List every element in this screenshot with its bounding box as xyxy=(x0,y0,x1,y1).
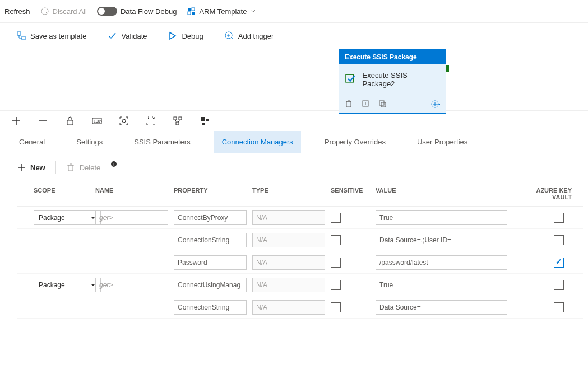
activity-name: Execute SSIS Package2 xyxy=(363,71,440,88)
property-input[interactable]: ConnectionString xyxy=(174,233,247,247)
sensitive-checkbox[interactable] xyxy=(331,258,341,268)
delete-button[interactable]: Delete xyxy=(66,163,101,172)
svg-rect-12 xyxy=(346,101,351,107)
success-handle[interactable] xyxy=(446,65,449,72)
header-scope: Scope xyxy=(17,187,95,200)
akv-checkbox[interactable] xyxy=(554,235,564,245)
scope-select[interactable]: Package xyxy=(34,278,101,292)
clone-icon[interactable] xyxy=(378,100,386,107)
type-input: N/A xyxy=(252,210,325,225)
svg-rect-29 xyxy=(174,117,177,120)
tab-settings[interactable]: Settings xyxy=(68,131,110,153)
validate-label: Validate xyxy=(121,32,147,40)
tab-general[interactable]: General xyxy=(11,131,53,153)
refresh-label: Refresh xyxy=(4,7,30,16)
zoom-100-icon[interactable]: 100% xyxy=(92,116,102,126)
add-trigger-icon xyxy=(225,31,234,40)
akv-checkbox[interactable] xyxy=(554,280,564,290)
pipeline-toolbar: Save as template Validate Debug Add trig… xyxy=(0,22,588,49)
akv-checkbox[interactable] xyxy=(554,213,564,223)
save-as-template-button[interactable]: Save as template xyxy=(17,31,86,40)
value-input[interactable]: Data Source= xyxy=(376,300,507,315)
scope-select[interactable]: Package xyxy=(34,210,101,225)
add-trigger-label: Add trigger xyxy=(238,32,274,40)
svg-rect-39 xyxy=(68,165,73,171)
sensitive-checkbox[interactable] xyxy=(331,213,341,223)
name-input[interactable]: ger> xyxy=(95,210,168,225)
table-row: Packageger>ConnectUsingManagN/ATrue xyxy=(17,274,583,296)
akv-checkbox[interactable] xyxy=(554,302,564,312)
property-tabs: General Settings SSIS Parameters Connect… xyxy=(0,131,588,153)
sensitive-checkbox[interactable] xyxy=(331,235,341,245)
auto-align-icon[interactable] xyxy=(173,116,183,126)
svg-rect-18 xyxy=(381,102,386,107)
tab-connection-managers[interactable]: Connection Managers xyxy=(214,131,301,153)
plus-icon xyxy=(17,163,26,172)
minimap-icon[interactable] xyxy=(200,116,210,126)
info-icon[interactable] xyxy=(362,100,369,107)
table-row: ConnectionStringN/AData Source= xyxy=(17,296,583,319)
add-output-icon[interactable] xyxy=(431,100,440,109)
property-input[interactable]: ConnectionString xyxy=(174,300,247,315)
table-row: PasswordN/A/password/latest xyxy=(17,251,583,274)
type-input: N/A xyxy=(252,233,325,247)
zoom-in-icon[interactable] xyxy=(11,116,21,126)
activity-actions xyxy=(339,95,446,113)
svg-rect-36 xyxy=(202,123,205,125)
akv-checkbox[interactable] xyxy=(554,258,564,268)
row-actions: New Delete i xyxy=(0,153,588,181)
debug-button[interactable]: Debug xyxy=(168,31,203,40)
checkmark-icon xyxy=(108,31,117,40)
arm-template-dropdown[interactable]: ARM Template xyxy=(187,7,256,16)
value-input[interactable]: /password/latest xyxy=(376,255,507,270)
svg-rect-7 xyxy=(22,36,25,40)
discard-all-button[interactable]: Discard All xyxy=(40,7,87,16)
property-input[interactable]: ConnectUsingManag xyxy=(174,278,247,292)
top-toolbar: Refresh Discard All Data Flow Debug ARM … xyxy=(0,0,588,22)
add-trigger-button[interactable]: Add trigger xyxy=(225,31,274,40)
tab-ssis-parameters[interactable]: SSIS Parameters xyxy=(126,131,198,153)
lock-icon[interactable] xyxy=(65,116,75,126)
fullscreen-icon[interactable] xyxy=(146,116,156,126)
table-row: ConnectionStringN/AData Source=.;User ID… xyxy=(17,229,583,251)
table-row: Packageger>ConnectByProxyN/ATrue xyxy=(17,207,583,229)
data-flow-debug-toggle[interactable]: Data Flow Debug xyxy=(97,7,177,16)
sensitive-checkbox[interactable] xyxy=(331,280,341,290)
zoom-fit-icon[interactable] xyxy=(119,116,129,126)
value-input[interactable]: True xyxy=(376,210,507,225)
svg-line-1 xyxy=(43,10,47,13)
activity-card[interactable]: Execute SSIS Package Execute SSIS Packag… xyxy=(339,49,446,114)
header-value: Value xyxy=(376,187,521,200)
svg-rect-6 xyxy=(17,32,21,35)
value-input[interactable]: True xyxy=(376,278,507,292)
tab-property-overrides[interactable]: Property Overrides xyxy=(317,131,393,153)
property-input[interactable]: Password xyxy=(174,255,247,270)
value-input[interactable]: Data Source=.;User ID= xyxy=(376,233,507,247)
svg-point-42 xyxy=(111,161,117,167)
delete-icon[interactable] xyxy=(345,100,353,107)
ssis-package-icon xyxy=(345,73,357,86)
name-input[interactable]: ger> xyxy=(95,278,168,292)
type-input: N/A xyxy=(252,255,325,270)
table-body: Packageger>ConnectByProxyN/ATrueConnecti… xyxy=(17,207,583,319)
delete-label: Delete xyxy=(80,163,101,172)
svg-line-32 xyxy=(175,120,177,122)
new-button[interactable]: New xyxy=(17,163,45,172)
save-as-template-label: Save as template xyxy=(30,32,86,40)
svg-rect-3 xyxy=(192,8,195,11)
connection-managers-table: Scope Name Property Type Sensitive Value… xyxy=(17,181,583,319)
svg-text:i: i xyxy=(113,162,114,167)
property-input[interactable]: ConnectByProxy xyxy=(174,210,247,225)
type-input: N/A xyxy=(252,300,325,315)
discard-all-label: Discard All xyxy=(53,7,87,16)
info-dot-icon[interactable]: i xyxy=(110,161,117,167)
tab-user-properties[interactable]: User Properties xyxy=(409,131,475,153)
sensitive-checkbox[interactable] xyxy=(331,302,341,312)
refresh-button[interactable]: Refresh xyxy=(4,7,30,16)
validate-button[interactable]: Validate xyxy=(108,31,147,40)
divider xyxy=(55,161,56,174)
svg-rect-31 xyxy=(176,122,179,125)
data-flow-debug-label: Data Flow Debug xyxy=(121,7,177,16)
zoom-out-icon[interactable] xyxy=(38,116,48,126)
pipeline-canvas[interactable]: Execute SSIS Package Execute SSIS Packag… xyxy=(0,49,588,111)
